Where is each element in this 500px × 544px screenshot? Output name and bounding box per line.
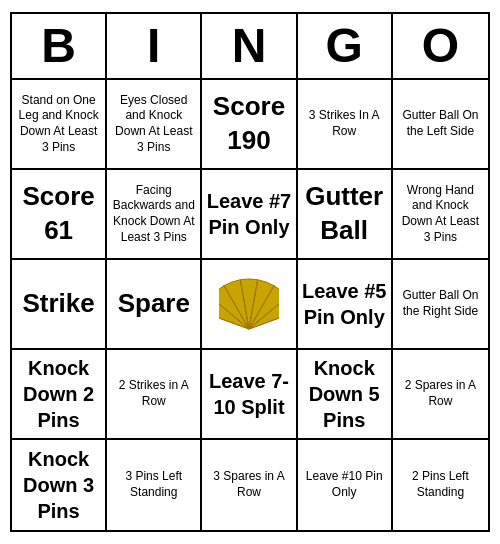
cell-text-6: Facing Backwards and Knock Down At Least…	[111, 183, 196, 245]
bingo-cell-15: Knock Down 2 Pins	[12, 350, 107, 440]
bingo-cell-9: Wrong Hand and Knock Down At Least 3 Pin…	[393, 170, 488, 260]
cell-text-7: Leave #7 Pin Only	[206, 188, 291, 240]
cell-text-11: Spare	[118, 287, 190, 321]
bingo-cell-7: Leave #7 Pin Only	[202, 170, 297, 260]
cell-text-4: Gutter Ball On the Left Side	[397, 108, 484, 139]
cell-text-15: Knock Down 2 Pins	[16, 355, 101, 433]
bingo-cell-21: 3 Pins Left Standing	[107, 440, 202, 530]
bingo-cell-6: Facing Backwards and Knock Down At Least…	[107, 170, 202, 260]
cell-text-14: Gutter Ball On the Right Side	[397, 288, 484, 319]
cell-text-22: 3 Spares in A Row	[206, 469, 291, 500]
bingo-letter-i: I	[107, 14, 202, 78]
bingo-card: BINGO Stand on One Leg and Knock Down At…	[10, 12, 490, 532]
bingo-header: BINGO	[12, 14, 488, 80]
cell-text-24: 2 Pins Left Standing	[397, 469, 484, 500]
cell-text-9: Wrong Hand and Knock Down At Least 3 Pin…	[397, 183, 484, 245]
cell-text-16: 2 Strikes in A Row	[111, 378, 196, 409]
cell-text-3: 3 Strikes In A Row	[302, 108, 387, 139]
cell-text-2: Score 190	[206, 90, 291, 158]
cell-text-17: Leave 7-10 Split	[206, 368, 291, 420]
bingo-cell-22: 3 Spares in A Row	[202, 440, 297, 530]
cell-text-21: 3 Pins Left Standing	[111, 469, 196, 500]
cell-text-18: Knock Down 5 Pins	[302, 355, 387, 433]
bingo-cell-16: 2 Strikes in A Row	[107, 350, 202, 440]
cell-text-10: Strike	[22, 287, 94, 321]
bingo-cell-3: 3 Strikes In A Row	[298, 80, 393, 170]
cell-text-8: Gutter Ball	[302, 180, 387, 248]
bingo-letter-b: B	[12, 14, 107, 78]
cell-text-0: Stand on One Leg and Knock Down At Least…	[16, 93, 101, 155]
bingo-cell-20: Knock Down 3 Pins	[12, 440, 107, 530]
bingo-letter-o: O	[393, 14, 488, 78]
bingo-cell-5: Score 61	[12, 170, 107, 260]
bingo-cell-8: Gutter Ball	[298, 170, 393, 260]
cell-text-5: Score 61	[16, 180, 101, 248]
bingo-cell-18: Knock Down 5 Pins	[298, 350, 393, 440]
bingo-cell-23: Leave #10 Pin Only	[298, 440, 393, 530]
bingo-letter-n: N	[202, 14, 297, 78]
bingo-cell-13: Leave #5 Pin Only	[298, 260, 393, 350]
bingo-cell-12	[202, 260, 297, 350]
bingo-letter-g: G	[298, 14, 393, 78]
bingo-cell-1: Eyes Closed and Knock Down At Least 3 Pi…	[107, 80, 202, 170]
cell-text-19: 2 Spares in A Row	[397, 378, 484, 409]
bingo-cell-4: Gutter Ball On the Left Side	[393, 80, 488, 170]
bingo-grid: Stand on One Leg and Knock Down At Least…	[12, 80, 488, 530]
cell-text-23: Leave #10 Pin Only	[302, 469, 387, 500]
bingo-cell-24: 2 Pins Left Standing	[393, 440, 488, 530]
bingo-cell-17: Leave 7-10 Split	[202, 350, 297, 440]
bingo-cell-10: Strike	[12, 260, 107, 350]
bingo-cell-11: Spare	[107, 260, 202, 350]
cell-text-20: Knock Down 3 Pins	[16, 446, 101, 524]
cell-text-13: Leave #5 Pin Only	[302, 278, 387, 330]
cell-text-1: Eyes Closed and Knock Down At Least 3 Pi…	[111, 93, 196, 155]
bingo-cell-19: 2 Spares in A Row	[393, 350, 488, 440]
bingo-cell-2: Score 190	[202, 80, 297, 170]
bingo-cell-14: Gutter Ball On the Right Side	[393, 260, 488, 350]
bingo-cell-0: Stand on One Leg and Knock Down At Least…	[12, 80, 107, 170]
